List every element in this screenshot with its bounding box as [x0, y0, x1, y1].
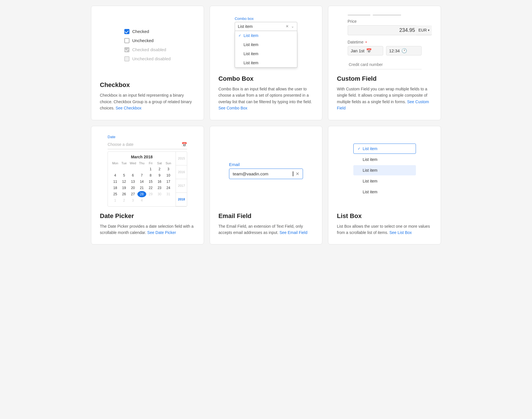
customfield-preview: Price EUR ▾ Datetime • Jan 1st 📅 — [337, 14, 432, 75]
checkbox-unchecked-label: Unchecked — [132, 38, 154, 43]
lb-item-1[interactable]: ✓ List item — [353, 154, 416, 165]
lb-item-0[interactable]: ✓ List item — [353, 144, 416, 154]
calendar-icon: 📅 — [366, 48, 372, 53]
checkbox-link[interactable]: See Checkbox — [116, 106, 141, 110]
customfield-card: Price EUR ▾ Datetime • Jan 1st 📅 — [328, 6, 441, 120]
checkbox-checked-disabled-label: Checked disabled — [132, 47, 166, 52]
combo-item-label-0: List item — [244, 33, 258, 38]
time-input[interactable]: 12:34 🕐 — [386, 46, 422, 55]
customfield-desc: With Custom Field you can wrap multiple … — [337, 86, 432, 111]
email-input-row[interactable]: team@vaadin.com ✕ — [229, 169, 303, 179]
checkbox-preview: Checked Unchecked Checked disabled Unche… — [100, 14, 195, 81]
credit-card-input[interactable] — [348, 60, 422, 69]
cf-top-seg-1 — [348, 14, 370, 16]
lb-label-3: List item — [363, 179, 378, 183]
checkbox-checked-disabled — [124, 47, 129, 52]
dp-year-2015[interactable]: 2015 — [176, 152, 187, 165]
lb-label-1: List item — [363, 157, 378, 162]
datepicker-field-label: Date — [108, 135, 187, 139]
lb-item-2[interactable]: ✓ List item — [353, 165, 416, 175]
combo-field-label: Combo box — [235, 16, 253, 21]
dp-year-2018[interactable]: 2018 — [176, 193, 187, 206]
combo-item-1[interactable]: ✓ List item — [235, 40, 297, 49]
price-row: EUR ▾ — [348, 25, 422, 35]
checkbox-unchecked-disabled-row: Unchecked disabled — [124, 56, 171, 61]
combobox-link[interactable]: See Combo Box — [218, 106, 248, 110]
cf-top-bar — [348, 14, 422, 16]
combo-item-0[interactable]: ✓ List item — [235, 31, 297, 40]
checkbox-unchecked-disabled — [124, 56, 129, 61]
combo-input-field[interactable]: List item ✕ ⌄ — [235, 22, 297, 31]
combobox-widget: Combo box List item ✕ ⌄ ✓ List item ✓ — [235, 16, 297, 68]
combo-item-3[interactable]: ✓ List item — [235, 58, 297, 67]
listbox-card: ✓ List item ✓ List item ✓ List item ✓ Li… — [328, 126, 441, 245]
dp-year-2016[interactable]: 2016 — [176, 165, 187, 179]
emailfield-title: Email Field — [218, 212, 314, 220]
emailfield-desc: The Email Field, an extension of Text Fi… — [218, 223, 314, 236]
checkbox-unchecked[interactable] — [124, 38, 129, 43]
checkbox-list: Checked Unchecked Checked disabled Unche… — [124, 29, 171, 61]
checkbox-checked-label: Checked — [132, 29, 149, 34]
listbox-link[interactable]: See List Box — [389, 230, 412, 235]
datepicker-card: Date Choose a date 📅 March 2018 Mon Tue … — [91, 126, 204, 245]
datepicker-preview: Date Choose a date 📅 March 2018 Mon Tue … — [100, 135, 195, 212]
combo-item-2[interactable]: ✓ List item — [235, 49, 297, 58]
combo-chevron-icon[interactable]: ⌄ — [291, 24, 294, 28]
datepicker-placeholder: Choose a date — [108, 142, 182, 147]
combobox-card: Combo box List item ✕ ⌄ ✓ List item ✓ — [210, 6, 323, 120]
dp-calendar: March 2018 Mon Tue Wed Thu Fri Sat Sun 1… — [108, 152, 187, 207]
datepicker-desc: The Date Picker provides a date selectio… — [100, 223, 195, 236]
checkbox-card: Checked Unchecked Checked disabled Unche… — [91, 6, 204, 120]
cf-top-seg-2 — [373, 14, 401, 16]
dp-sidebar: 2015 2016 2017 2018 — [176, 152, 187, 206]
checkbox-checked-row[interactable]: Checked — [124, 29, 149, 34]
lb-item-3[interactable]: ✓ List item — [353, 176, 416, 186]
checkbox-unchecked-disabled-label: Unchecked disabled — [132, 56, 171, 61]
currency-value: EUR — [418, 28, 427, 32]
combobox-title: Combo Box — [218, 75, 314, 82]
dp-month-header: March 2018 — [111, 155, 173, 159]
emailfield-preview: Email team@vaadin.com ✕ — [218, 135, 314, 212]
email-input-value: team@vaadin.com — [233, 171, 293, 176]
datetime-row: Jan 1st 📅 12:34 🕐 — [348, 46, 422, 55]
combo-clear-icon[interactable]: ✕ — [286, 24, 289, 28]
lb-item-4[interactable]: ✓ List item — [353, 187, 416, 197]
datepicker-widget: Date Choose a date 📅 March 2018 Mon Tue … — [108, 135, 187, 207]
checkbox-title: Checkbox — [100, 81, 195, 89]
date-input[interactable]: Jan 1st 📅 — [348, 46, 383, 55]
combo-item-label-3: List item — [244, 61, 258, 65]
emailfield-card: Email team@vaadin.com ✕ Email Field The … — [210, 126, 323, 245]
dp-main: March 2018 Mon Tue Wed Thu Fri Sat Sun 1… — [108, 152, 176, 206]
combo-input-value: List item — [238, 24, 286, 29]
emailfield-widget: Email team@vaadin.com ✕ — [229, 162, 303, 179]
datepicker-link[interactable]: See Date Picker — [147, 230, 176, 235]
currency-chevron-icon: ▾ — [428, 28, 430, 32]
lb-label-4: List item — [363, 190, 378, 194]
combo-item-label-2: List item — [244, 51, 258, 56]
lb-label-0: List item — [363, 146, 378, 151]
dp-weekdays: Mon Tue Wed Thu Fri Sat Sun — [111, 161, 173, 165]
combo-item-label-1: List item — [244, 42, 258, 47]
price-label: Price — [348, 19, 422, 24]
dp-year-2017[interactable]: 2017 — [176, 179, 187, 193]
currency-select[interactable]: EUR ▾ — [416, 25, 432, 35]
component-grid: Checked Unchecked Checked disabled Unche… — [91, 6, 441, 244]
listbox-preview: ✓ List item ✓ List item ✓ List item ✓ Li… — [337, 135, 432, 212]
price-input[interactable] — [348, 25, 416, 35]
listbox-desc: List Box allows the user to select one o… — [337, 223, 432, 236]
lb-label-2: List item — [363, 168, 378, 173]
checkbox-unchecked-row[interactable]: Unchecked — [124, 38, 154, 43]
datepicker-title: Date Picker — [100, 212, 195, 220]
combo-checkmark-0: ✓ — [238, 34, 241, 38]
emailfield-link[interactable]: See Email Field — [279, 230, 307, 235]
combo-dropdown: ✓ List item ✓ List item ✓ List item ✓ Li… — [235, 31, 297, 68]
combobox-desc: Combo Box is an input field that allows … — [218, 86, 314, 111]
listbox-widget: ✓ List item ✓ List item ✓ List item ✓ Li… — [353, 144, 416, 198]
email-clear-icon[interactable]: ✕ — [296, 171, 299, 177]
clock-icon: 🕐 — [401, 48, 407, 53]
checkbox-checked[interactable] — [124, 29, 129, 34]
datepicker-input-row[interactable]: Choose a date 📅 — [108, 140, 187, 149]
datepicker-calendar-icon[interactable]: 📅 — [182, 142, 187, 147]
datetime-label: Datetime • — [348, 40, 422, 44]
customfield-widget: Price EUR ▾ Datetime • Jan 1st 📅 — [348, 14, 422, 69]
